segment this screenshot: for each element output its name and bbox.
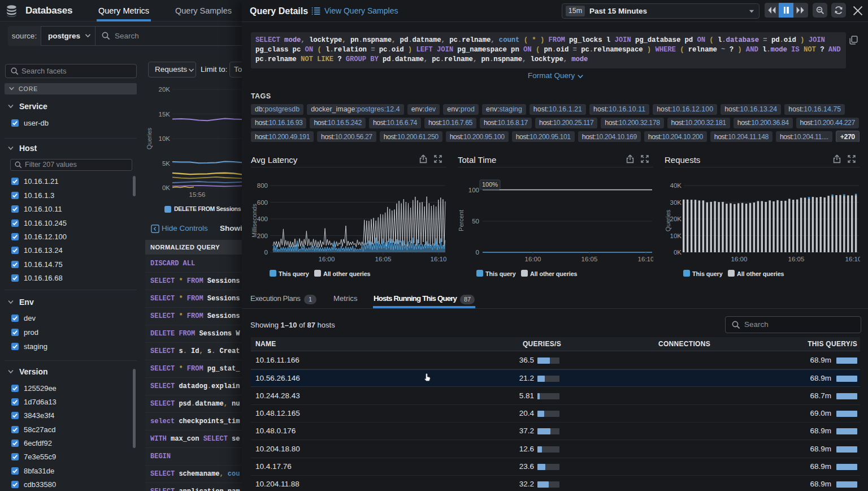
svg-text:600: 600: [257, 199, 268, 206]
svg-text:100%: 100%: [482, 181, 498, 188]
svg-text:Queries: Queries: [665, 209, 671, 231]
svg-text:5K: 5K: [162, 160, 170, 167]
svg-text:Queries: Queries: [146, 127, 153, 149]
svg-text:0: 0: [476, 249, 479, 256]
svg-text:50: 50: [472, 218, 479, 225]
svg-text:0: 0: [264, 249, 268, 256]
svg-text:Milliseconds: Milliseconds: [251, 204, 258, 238]
svg-text:800: 800: [257, 182, 268, 189]
svg-text:15:56: 15:56: [189, 191, 206, 198]
svg-text:40K: 40K: [670, 182, 682, 189]
svg-text:16:10: 16:10: [638, 256, 653, 262]
svg-text:16:00: 16:00: [319, 256, 335, 262]
svg-text:16:00: 16:00: [525, 256, 541, 262]
svg-text:15K: 15K: [159, 111, 171, 118]
svg-text:20K: 20K: [670, 216, 682, 222]
svg-text:10K: 10K: [670, 232, 682, 239]
svg-text:16:05: 16:05: [375, 256, 392, 262]
svg-text:16:05: 16:05: [788, 256, 805, 262]
svg-text:16:10: 16:10: [431, 256, 446, 262]
svg-text:30K: 30K: [670, 199, 682, 206]
svg-text:16:05: 16:05: [581, 256, 598, 262]
svg-text:20K: 20K: [159, 86, 171, 93]
svg-text:Percent: Percent: [458, 210, 465, 231]
svg-text:10K: 10K: [159, 135, 171, 142]
svg-text:16:10: 16:10: [845, 256, 860, 262]
svg-text:100: 100: [468, 187, 479, 193]
svg-text:16:00: 16:00: [731, 256, 748, 262]
svg-text:0K: 0K: [162, 184, 170, 191]
svg-text:400: 400: [257, 216, 268, 222]
svg-text:200: 200: [257, 232, 268, 239]
svg-text:0K: 0K: [674, 249, 682, 256]
